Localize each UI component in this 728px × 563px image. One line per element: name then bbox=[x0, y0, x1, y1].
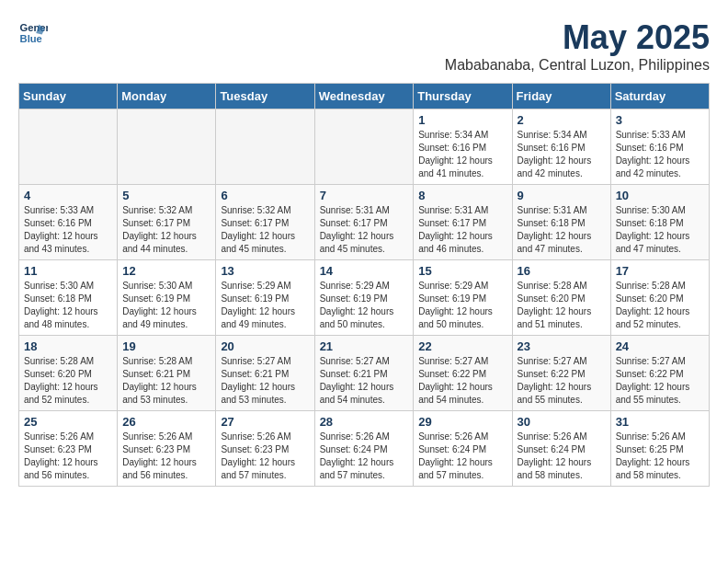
calendar-cell: 20Sunrise: 5:27 AMSunset: 6:21 PMDayligh… bbox=[216, 336, 314, 411]
header-sunday: Sunday bbox=[19, 84, 118, 109]
calendar-cell: 1Sunrise: 5:34 AMSunset: 6:16 PMDaylight… bbox=[414, 109, 512, 185]
calendar-cell: 9Sunrise: 5:31 AMSunset: 6:18 PMDaylight… bbox=[512, 185, 610, 260]
day-number: 18 bbox=[24, 339, 112, 353]
day-number: 22 bbox=[418, 339, 506, 353]
calendar-cell: 23Sunrise: 5:27 AMSunset: 6:22 PMDayligh… bbox=[512, 336, 610, 411]
header-monday: Monday bbox=[118, 84, 216, 109]
day-info: Sunrise: 5:29 AMSunset: 6:19 PMDaylight:… bbox=[418, 280, 506, 331]
day-info: Sunrise: 5:30 AMSunset: 6:18 PMDaylight:… bbox=[24, 280, 112, 331]
calendar-cell: 13Sunrise: 5:29 AMSunset: 6:19 PMDayligh… bbox=[216, 260, 314, 336]
calendar-cell bbox=[216, 109, 314, 185]
day-info: Sunrise: 5:26 AMSunset: 6:23 PMDaylight:… bbox=[122, 431, 210, 482]
day-info: Sunrise: 5:28 AMSunset: 6:20 PMDaylight:… bbox=[616, 280, 704, 331]
calendar-cell: 15Sunrise: 5:29 AMSunset: 6:19 PMDayligh… bbox=[414, 260, 512, 336]
day-info: Sunrise: 5:28 AMSunset: 6:20 PMDaylight:… bbox=[518, 280, 606, 331]
logo-icon: General Blue bbox=[18, 18, 48, 48]
day-info: Sunrise: 5:29 AMSunset: 6:19 PMDaylight:… bbox=[320, 280, 409, 331]
calendar-cell: 11Sunrise: 5:30 AMSunset: 6:18 PMDayligh… bbox=[19, 260, 118, 336]
calendar-cell: 28Sunrise: 5:26 AMSunset: 6:24 PMDayligh… bbox=[314, 411, 414, 487]
day-info: Sunrise: 5:31 AMSunset: 6:18 PMDaylight:… bbox=[518, 204, 606, 256]
calendar-cell: 18Sunrise: 5:28 AMSunset: 6:20 PMDayligh… bbox=[19, 336, 118, 411]
calendar-cell: 31Sunrise: 5:26 AMSunset: 6:25 PMDayligh… bbox=[610, 411, 709, 487]
calendar-table: SundayMondayTuesdayWednesdayThursdayFrid… bbox=[18, 83, 710, 487]
day-number: 28 bbox=[320, 415, 409, 429]
header-wednesday: Wednesday bbox=[314, 84, 414, 109]
calendar-cell: 12Sunrise: 5:30 AMSunset: 6:19 PMDayligh… bbox=[118, 260, 216, 336]
calendar-cell: 17Sunrise: 5:28 AMSunset: 6:20 PMDayligh… bbox=[610, 260, 709, 336]
calendar-cell: 24Sunrise: 5:27 AMSunset: 6:22 PMDayligh… bbox=[610, 336, 709, 411]
day-info: Sunrise: 5:28 AMSunset: 6:20 PMDaylight:… bbox=[24, 355, 112, 407]
week-row-3: 11Sunrise: 5:30 AMSunset: 6:18 PMDayligh… bbox=[19, 260, 710, 336]
day-info: Sunrise: 5:29 AMSunset: 6:19 PMDaylight:… bbox=[221, 280, 309, 331]
calendar-cell: 25Sunrise: 5:26 AMSunset: 6:23 PMDayligh… bbox=[19, 411, 118, 487]
day-number: 31 bbox=[616, 415, 704, 429]
calendar-header-row: SundayMondayTuesdayWednesdayThursdayFrid… bbox=[19, 84, 710, 109]
week-row-5: 25Sunrise: 5:26 AMSunset: 6:23 PMDayligh… bbox=[19, 411, 710, 487]
week-row-2: 4Sunrise: 5:33 AMSunset: 6:16 PMDaylight… bbox=[19, 185, 710, 260]
day-number: 13 bbox=[221, 264, 309, 278]
calendar-cell: 2Sunrise: 5:34 AMSunset: 6:16 PMDaylight… bbox=[512, 109, 610, 185]
header-tuesday: Tuesday bbox=[216, 84, 314, 109]
day-number: 25 bbox=[24, 415, 112, 429]
day-number: 15 bbox=[418, 264, 506, 278]
day-number: 27 bbox=[221, 415, 309, 429]
day-info: Sunrise: 5:26 AMSunset: 6:24 PMDaylight:… bbox=[518, 431, 606, 482]
day-info: Sunrise: 5:26 AMSunset: 6:25 PMDaylight:… bbox=[616, 431, 704, 482]
day-number: 10 bbox=[616, 189, 704, 202]
header-friday: Friday bbox=[512, 84, 610, 109]
day-info: Sunrise: 5:26 AMSunset: 6:23 PMDaylight:… bbox=[221, 431, 309, 482]
day-number: 6 bbox=[221, 189, 309, 202]
day-number: 20 bbox=[221, 339, 309, 353]
day-number: 12 bbox=[122, 264, 210, 278]
calendar-cell: 16Sunrise: 5:28 AMSunset: 6:20 PMDayligh… bbox=[512, 260, 610, 336]
day-info: Sunrise: 5:32 AMSunset: 6:17 PMDaylight:… bbox=[221, 204, 309, 256]
day-number: 2 bbox=[518, 113, 606, 127]
day-number: 11 bbox=[24, 264, 112, 278]
day-number: 4 bbox=[24, 189, 112, 202]
calendar-cell bbox=[314, 109, 414, 185]
day-number: 14 bbox=[320, 264, 409, 278]
day-info: Sunrise: 5:31 AMSunset: 6:17 PMDaylight:… bbox=[320, 204, 409, 256]
day-number: 16 bbox=[518, 264, 606, 278]
calendar-cell: 30Sunrise: 5:26 AMSunset: 6:24 PMDayligh… bbox=[512, 411, 610, 487]
calendar-cell: 10Sunrise: 5:30 AMSunset: 6:18 PMDayligh… bbox=[610, 185, 709, 260]
day-number: 26 bbox=[122, 415, 210, 429]
calendar-cell: 6Sunrise: 5:32 AMSunset: 6:17 PMDaylight… bbox=[216, 185, 314, 260]
calendar-cell: 3Sunrise: 5:33 AMSunset: 6:16 PMDaylight… bbox=[610, 109, 709, 185]
day-info: Sunrise: 5:32 AMSunset: 6:17 PMDaylight:… bbox=[122, 204, 210, 256]
header-thursday: Thursday bbox=[414, 84, 512, 109]
calendar-cell: 5Sunrise: 5:32 AMSunset: 6:17 PMDaylight… bbox=[118, 185, 216, 260]
calendar-cell: 22Sunrise: 5:27 AMSunset: 6:22 PMDayligh… bbox=[414, 336, 512, 411]
calendar-cell: 7Sunrise: 5:31 AMSunset: 6:17 PMDaylight… bbox=[314, 185, 414, 260]
day-info: Sunrise: 5:27 AMSunset: 6:22 PMDaylight:… bbox=[616, 355, 704, 407]
day-number: 19 bbox=[122, 339, 210, 353]
day-info: Sunrise: 5:26 AMSunset: 6:24 PMDaylight:… bbox=[418, 431, 506, 482]
day-info: Sunrise: 5:33 AMSunset: 6:16 PMDaylight:… bbox=[616, 129, 704, 180]
day-info: Sunrise: 5:26 AMSunset: 6:23 PMDaylight:… bbox=[24, 431, 112, 482]
calendar-cell: 14Sunrise: 5:29 AMSunset: 6:19 PMDayligh… bbox=[314, 260, 414, 336]
header: General Blue May 2025 Mababanaba, Centra… bbox=[18, 18, 710, 74]
calendar-cell: 19Sunrise: 5:28 AMSunset: 6:21 PMDayligh… bbox=[118, 336, 216, 411]
day-number: 9 bbox=[518, 189, 606, 202]
day-number: 3 bbox=[616, 113, 704, 127]
day-info: Sunrise: 5:27 AMSunset: 6:21 PMDaylight:… bbox=[320, 355, 409, 407]
calendar-cell bbox=[118, 109, 216, 185]
day-number: 5 bbox=[122, 189, 210, 202]
day-number: 30 bbox=[518, 415, 606, 429]
week-row-4: 18Sunrise: 5:28 AMSunset: 6:20 PMDayligh… bbox=[19, 336, 710, 411]
day-info: Sunrise: 5:27 AMSunset: 6:22 PMDaylight:… bbox=[518, 355, 606, 407]
day-info: Sunrise: 5:27 AMSunset: 6:21 PMDaylight:… bbox=[221, 355, 309, 407]
calendar-cell: 21Sunrise: 5:27 AMSunset: 6:21 PMDayligh… bbox=[314, 336, 414, 411]
day-info: Sunrise: 5:26 AMSunset: 6:24 PMDaylight:… bbox=[320, 431, 409, 482]
logo: General Blue bbox=[18, 18, 48, 48]
calendar-cell: 26Sunrise: 5:26 AMSunset: 6:23 PMDayligh… bbox=[118, 411, 216, 487]
day-number: 17 bbox=[616, 264, 704, 278]
day-number: 24 bbox=[616, 339, 704, 353]
day-number: 23 bbox=[518, 339, 606, 353]
calendar-cell: 8Sunrise: 5:31 AMSunset: 6:17 PMDaylight… bbox=[414, 185, 512, 260]
day-info: Sunrise: 5:34 AMSunset: 6:16 PMDaylight:… bbox=[418, 129, 506, 180]
calendar-cell bbox=[19, 109, 118, 185]
day-number: 8 bbox=[418, 189, 506, 202]
day-info: Sunrise: 5:30 AMSunset: 6:18 PMDaylight:… bbox=[616, 204, 704, 256]
title-area: May 2025 Mababanaba, Central Luzon, Phil… bbox=[445, 18, 710, 74]
